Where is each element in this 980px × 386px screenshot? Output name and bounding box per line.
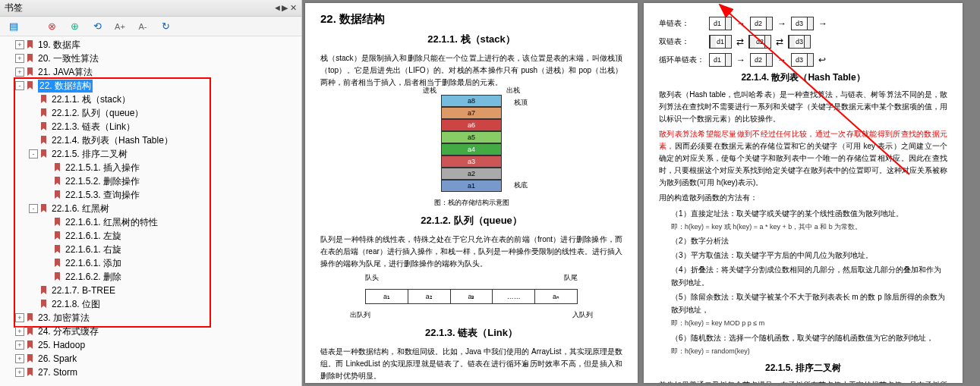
bookmark-label[interactable]: 26. Spark [38,353,77,364]
pdf-page-right: 单链表： d1→ d2→ d3→ 双链表： d1⇄ d2⇄ d3 循环单链表： … [644,3,963,383]
bookmark-item[interactable]: 22.1.8. 位图 [0,297,301,311]
add-bookmark-icon[interactable]: ⊕ [68,20,80,33]
bookmark-item[interactable]: -22.1.6. 红黑树 [0,202,301,215]
bookmark-icon [26,54,35,63]
bookmark-item[interactable]: 22.1.5.2. 删除操作 [0,174,301,188]
bookmark-label[interactable]: 22. 数据结构 [38,80,93,93]
bookmark-label[interactable]: 27. Storm [38,367,77,378]
bookmark-label[interactable]: 25. Hadoop [38,340,85,350]
expand-icon [43,218,52,227]
para-hash-3: 用的构造散列函数的方法有： [659,192,947,204]
pdf-page-left: 22. 数据结构 22.1.1. 栈（stack） 栈（stack）是限制插入和… [305,3,638,383]
bookmark-sidebar: 书签 ◄▶ ✕ ▤ ⊗ ⊕ ⟲ A+ A- ↻ +19. 数据库+20. 一致性… [0,0,302,386]
expand-icon [29,95,38,104]
expand-icon [29,122,38,131]
expand-icon [43,245,52,254]
bookmark-item[interactable]: 22.1.6.1. 添加 [0,256,301,270]
bookmark-label[interactable]: 22.1.3. 链表（Link） [52,121,135,133]
expand-icon [29,108,38,118]
expand-icon[interactable]: + [15,54,24,63]
bookmark-label[interactable]: 20. 一致性算法 [38,52,99,65]
bookmark-label[interactable]: 22.1.7. B-TREE [52,285,115,296]
double-list-figure: 双链表： d1⇄ d2⇄ d3 [659,35,947,49]
bookmark-label[interactable]: 24. 分布式缓存 [38,325,99,338]
bookmark-icon [26,354,35,363]
bookmark-label[interactable]: 22.1.6.1. 左旋 [65,230,121,243]
delete-bookmark-icon[interactable]: ⊗ [46,20,58,33]
bookmark-item[interactable]: 22.1.4. 散列表（Hash Table） [0,133,301,147]
bookmark-icon [39,286,49,295]
bookmark-item[interactable]: 22.1.7. B-TREE [0,284,301,297]
expand-icon[interactable]: + [15,313,24,322]
bookmark-item[interactable]: 22.1.6.2. 删除 [0,270,301,284]
bookmark-icon [53,177,62,186]
bookmark-item[interactable]: +23. 加密算法 [0,311,301,325]
bookmark-item[interactable]: 22.1.5.1. 插入操作 [0,161,301,174]
bookmark-item[interactable]: +25. Hadoop [0,338,301,352]
bookmark-label[interactable]: 22.1.4. 散列表（Hash Table） [52,134,173,147]
bookmark-label[interactable]: 22.1.8. 位图 [52,298,100,311]
bookmark-item[interactable]: 22.1.6.1. 红黑树的特性 [0,215,301,229]
bookmark-item[interactable]: 22.1.6.1. 左旋 [0,229,301,243]
font-increase-icon[interactable]: A+ [114,20,126,33]
refresh-icon[interactable]: ↻ [159,20,172,33]
font-decrease-icon[interactable]: A- [137,20,149,33]
expand-icon[interactable]: - [29,149,38,158]
expand-icon [29,286,38,295]
bookmark-item[interactable]: +24. 分布式缓存 [0,325,301,338]
bookmark-icon [26,40,35,49]
bookmark-icon [39,108,49,118]
bookmark-icon [26,81,35,90]
bookmark-item[interactable]: +21. JAVA算法 [0,65,301,79]
bookmark-item[interactable]: 22.1.2. 队列（queue） [0,106,301,120]
expand-icon[interactable]: + [15,368,24,377]
goto-bookmark-icon[interactable]: ⟲ [91,20,103,33]
hash-methods-list: （1）直接定址法：取关键字或关键字的某个线性函数值为散列地址。 即：h(key)… [671,207,947,357]
para-link: 链表是一种数据结构，和数组同级。比如，Java 中我们使用的 ArrayList… [320,346,622,382]
bookmark-label[interactable]: 22.1.1. 栈（stack） [52,93,131,106]
bookmark-item[interactable]: +27. Storm [0,366,301,379]
bookmark-label[interactable]: 22.1.2. 队列（queue） [52,107,143,120]
bookmark-icon [39,149,49,158]
expand-icon[interactable]: + [15,354,24,363]
bookmark-label[interactable]: 22.1.5. 排序二叉树 [52,148,128,161]
bookmark-label[interactable]: 22.1.6.1. 添加 [65,257,121,270]
expand-icon[interactable]: - [15,81,24,90]
bookmark-item[interactable]: 22.1.3. 链表（Link） [0,120,301,133]
bookmark-label[interactable]: 22.1.5.3. 查询操作 [65,189,140,202]
bookmark-icon [53,218,62,227]
bookmark-label[interactable]: 22.1.6. 红黑树 [52,202,109,215]
bookmark-icon [39,122,49,131]
bookmark-item[interactable]: +20. 一致性算法 [0,52,301,65]
bookmark-item[interactable]: +26. Spark [0,352,301,366]
expand-icon[interactable]: + [15,327,24,336]
expand-icon[interactable]: + [15,340,24,350]
view-icon[interactable]: ▤ [8,20,20,33]
heading-stack: 22.1.1. 栈（stack） [320,33,622,46]
document-viewport[interactable]: 22. 数据结构 22.1.1. 栈（stack） 栈（stack）是限制插入和… [302,0,980,386]
bookmark-label[interactable]: 22.1.6.1. 红黑树的特性 [65,216,158,229]
bookmark-label[interactable]: 22.1.5.1. 插入操作 [65,162,140,174]
bookmark-label[interactable]: 21. JAVA算法 [38,66,93,79]
expand-icon [43,259,52,268]
expand-icon [43,163,52,172]
queue-figure: a₁ a₂ a₃ …… aₙ [365,289,578,304]
bookmark-item[interactable]: 22.1.5.3. 查询操作 [0,188,301,202]
bookmark-label[interactable]: 23. 加密算法 [38,312,90,325]
expand-icon[interactable]: + [15,40,24,49]
bookmark-label[interactable]: 22.1.5.2. 删除操作 [65,175,140,188]
expand-icon[interactable]: - [29,204,38,213]
bookmark-label[interactable]: 22.1.6.2. 删除 [65,271,121,284]
bookmark-item[interactable]: -22. 数据结构 [0,79,301,93]
expand-icon[interactable]: + [15,67,24,77]
sidebar-collapse-icon[interactable]: ◄▶ ✕ [273,3,297,13]
bookmark-icon [53,272,62,281]
bookmark-label[interactable]: 19. 数据库 [38,39,80,52]
bookmark-label[interactable]: 22.1.6.1. 右旋 [65,243,121,256]
bookmark-item[interactable]: 22.1.6.1. 右旋 [0,243,301,256]
bookmark-item[interactable]: -22.1.5. 排序二叉树 [0,147,301,161]
heading-link: 22.1.3. 链表（Link） [320,326,622,340]
bookmark-item[interactable]: 22.1.1. 栈（stack） [0,93,301,106]
bookmark-icon [26,340,35,350]
bookmark-item[interactable]: +19. 数据库 [0,38,301,52]
